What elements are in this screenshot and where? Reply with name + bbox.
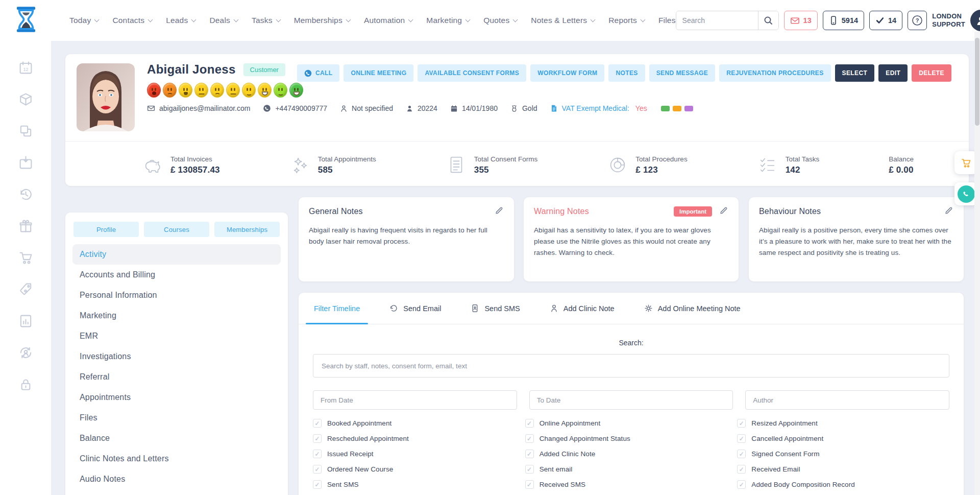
filter-checkbox-item[interactable]: Added Body Composition Record	[737, 480, 949, 489]
nav-item[interactable]: Notes & Letters	[531, 16, 595, 25]
filter-checkbox-item[interactable]: Rescheduled Appointment	[313, 434, 525, 443]
filter-checkbox-item[interactable]: Changed Appointment Status	[525, 434, 738, 443]
action-button[interactable]: REJUVENATION PROCEDURES	[719, 64, 830, 82]
edit-general-notes-button[interactable]	[495, 206, 504, 217]
filter-checkbox-item[interactable]: Sent email	[525, 465, 738, 474]
search-button[interactable]	[758, 11, 778, 30]
panel-menu-item[interactable]: Activity	[72, 244, 281, 265]
duplicate-icon[interactable]	[18, 124, 33, 138]
filter-checkbox-item[interactable]: Received Email	[737, 465, 949, 474]
action-button[interactable]: SEND MESSAGE	[649, 64, 716, 82]
edit-warning-notes-button[interactable]	[719, 206, 728, 217]
select-button[interactable]: SELECT	[835, 64, 875, 82]
color-tag[interactable]	[661, 106, 670, 111]
action-button[interactable]: WORKFLOW FORM	[530, 64, 604, 82]
tab-send-sms[interactable]: Send SMS	[471, 293, 520, 324]
client-phone[interactable]: +447490009777	[263, 104, 327, 112]
panel-menu-item[interactable]: Accounts and Billing	[72, 265, 281, 285]
nav-item[interactable]: Quotes	[483, 16, 517, 25]
page-scrollbar[interactable]	[974, 32, 980, 495]
user-avatar[interactable]	[970, 10, 980, 31]
nav-item[interactable]: Deals	[209, 16, 238, 25]
panel-menu-item[interactable]: Clinic Notes and Letters	[72, 449, 281, 469]
panel-menu-item[interactable]: Personal Information	[72, 285, 281, 305]
nav-item[interactable]: Tasks	[252, 16, 280, 25]
panel-menu-item[interactable]: Investigations	[72, 346, 281, 367]
from-date-input[interactable]	[313, 390, 517, 410]
nav-item[interactable]: Leads	[166, 16, 195, 25]
calendar-icon[interactable]: 12	[18, 60, 33, 75]
cart-icon[interactable]	[18, 250, 33, 265]
nav-item[interactable]: Contacts	[112, 16, 152, 25]
mood-emoji[interactable]	[147, 83, 161, 98]
mood-emoji[interactable]	[179, 83, 192, 98]
nav-item[interactable]: Reports	[608, 16, 645, 25]
gift-icon[interactable]	[18, 219, 33, 233]
panel-menu-item[interactable]: Referral	[72, 367, 281, 387]
nav-item-files[interactable]: Files	[658, 16, 676, 25]
panel-menu-item[interactable]: EMR	[72, 326, 281, 346]
nav-item[interactable]: Memberships	[294, 16, 350, 25]
phone-calls-badge[interactable]: 5914	[823, 11, 864, 30]
tab-filter-timeline[interactable]: Filter Timeline	[314, 293, 360, 324]
timeline-search-input[interactable]	[313, 354, 949, 378]
email-notifications-badge[interactable]: 13	[784, 11, 818, 30]
filter-checkbox-item[interactable]: Signed Consent Form	[737, 450, 949, 458]
client-email[interactable]: abigailjones@mailinator.com	[147, 104, 250, 112]
tab-add-online-meeting-note[interactable]: Add Online Meeting Note	[644, 293, 741, 324]
package-icon[interactable]	[18, 92, 33, 107]
panel-tab[interactable]: Memberships	[214, 222, 280, 237]
history-icon[interactable]	[18, 187, 33, 202]
filter-checkbox-item[interactable]: Online Appointment	[525, 419, 738, 428]
filter-checkbox-item[interactable]: Sent SMS	[313, 480, 525, 489]
tasks-badge[interactable]: 14	[869, 11, 902, 30]
author-input[interactable]	[745, 390, 949, 410]
panel-tab[interactable]: Profile	[74, 222, 139, 237]
help-button[interactable]: ?	[908, 11, 927, 30]
panel-tab[interactable]: Courses	[144, 222, 209, 237]
call-button[interactable]: CALL	[297, 64, 340, 82]
app-logo-hourglass-icon[interactable]	[12, 6, 40, 35]
edit-behaviour-notes-button[interactable]	[944, 206, 953, 217]
filter-checkbox-item[interactable]: Added Clinic Note	[525, 450, 738, 458]
color-tag[interactable]	[673, 106, 681, 111]
global-search-input[interactable]	[676, 11, 758, 30]
delete-button[interactable]: DELETE	[912, 64, 951, 82]
mood-emoji[interactable]	[226, 83, 240, 98]
color-tag[interactable]	[684, 106, 693, 111]
calendar-download-icon[interactable]	[18, 155, 33, 170]
panel-menu-item[interactable]: Appointments	[72, 387, 281, 408]
price-tag-icon[interactable]	[18, 282, 33, 297]
mood-emoji[interactable]	[194, 83, 208, 98]
filter-checkbox-item[interactable]: Cancelled Appointment	[737, 434, 949, 443]
tab-send-email[interactable]: Send Email	[389, 293, 441, 324]
panel-menu-item[interactable]: Balance	[72, 428, 281, 449]
mood-emoji[interactable]	[258, 83, 272, 98]
scrollbar-thumb[interactable]	[975, 38, 979, 126]
panel-menu-item[interactable]: Marketing	[72, 305, 281, 326]
filter-checkbox-item[interactable]: Received SMS	[525, 480, 738, 489]
mood-emoji[interactable]	[289, 83, 303, 98]
panel-menu-item[interactable]: Files	[72, 408, 281, 428]
tab-add-clinic-note[interactable]: Add Clinic Note	[550, 293, 615, 324]
panel-menu-item[interactable]: Drinks	[72, 489, 281, 495]
filter-checkbox-item[interactable]: Resized Appointment	[737, 419, 949, 428]
filter-checkbox-item[interactable]: Issued Receipt	[313, 450, 525, 458]
nav-item[interactable]: Marketing	[426, 16, 470, 25]
mood-emoji[interactable]	[210, 83, 224, 98]
action-button[interactable]: ONLINE MEETING	[344, 64, 413, 82]
mood-emoji[interactable]	[274, 83, 287, 98]
to-date-input[interactable]	[529, 390, 733, 410]
nav-item[interactable]: Today	[69, 16, 99, 25]
edit-button[interactable]: EDIT	[878, 64, 908, 82]
filter-checkbox-item[interactable]: Booked Appointment	[313, 419, 525, 428]
mood-emoji[interactable]	[163, 83, 177, 98]
client-sync-icon[interactable]	[18, 345, 33, 360]
client-photo[interactable]	[77, 63, 135, 131]
report-chart-icon[interactable]	[18, 314, 33, 328]
lock-icon[interactable]	[18, 377, 33, 392]
nav-item[interactable]: Automation	[364, 16, 412, 25]
action-button[interactable]: AVAILABLE CONSENT FORMS	[418, 64, 526, 82]
action-button[interactable]: NOTES	[608, 64, 645, 82]
panel-menu-item[interactable]: Audio Notes	[72, 469, 281, 489]
